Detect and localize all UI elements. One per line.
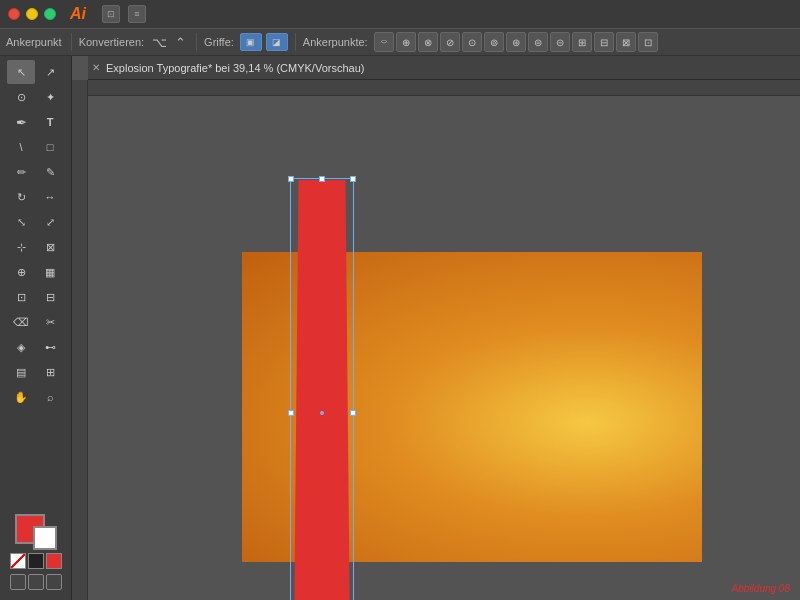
sep1 (71, 33, 72, 51)
ankerpunkte-btn-6[interactable]: ⊚ (484, 32, 504, 52)
sep3 (295, 33, 296, 51)
extra-color-row (10, 574, 62, 590)
tool-selection[interactable]: ↖ (7, 60, 35, 84)
tool-brush[interactable]: ✏ (7, 160, 35, 184)
tool-row-2: ⊙ ✦ (2, 85, 69, 109)
ankerpunkte-btn-4[interactable]: ⊘ (440, 32, 460, 52)
document-icon[interactable]: ⊡ (102, 5, 120, 23)
tool-measure[interactable]: ⊷ (36, 335, 64, 359)
ankerpunkte-btn-8[interactable]: ⊜ (528, 32, 548, 52)
tool-row-10: ⊡ ⊟ (2, 285, 69, 309)
handle-tr[interactable] (350, 176, 356, 182)
control-toolbar: Ankerpunkt Konvertieren: ⌥ ⌃ Griffe: ▣ ◪… (0, 28, 800, 56)
color-mode-3[interactable] (46, 574, 62, 590)
tool-gradient[interactable]: ▤ (7, 360, 35, 384)
tool-row-14: ✋ ⌕ (2, 385, 69, 409)
tool-magic-wand[interactable]: ✦ (36, 85, 64, 109)
tab-title: Explosion Typografie* bei 39,14 % (CMYK/… (106, 62, 364, 74)
convert-icons: ⌥ ⌃ (150, 33, 189, 51)
tool-scale[interactable]: ⤡ (7, 210, 35, 234)
tool-eyedropper[interactable]: ◈ (7, 335, 35, 359)
tool-row-3: ✒ T (2, 110, 69, 134)
tool-scissors[interactable]: ✂ (36, 310, 64, 334)
color-section (2, 508, 69, 596)
color-mini-none[interactable] (10, 553, 26, 569)
tool-reflect[interactable]: ↔ (36, 185, 64, 209)
griffe-btn-1[interactable]: ▣ (240, 33, 262, 51)
ankerpunkte-btn-7[interactable]: ⊛ (506, 32, 526, 52)
tool-direct-selection[interactable]: ↗ (36, 60, 64, 84)
tool-envelope[interactable]: ⊠ (36, 235, 64, 259)
tool-artboard[interactable]: ⊡ (7, 285, 35, 309)
color-mode-2[interactable] (28, 574, 44, 590)
tool-rotate[interactable]: ↻ (7, 185, 35, 209)
tool-slice[interactable]: ⊟ (36, 285, 64, 309)
color-mini-row (10, 553, 62, 569)
color-pair[interactable] (15, 514, 57, 550)
tool-lasso[interactable]: ⊙ (7, 85, 35, 109)
tool-row-6: ↻ ↔ (2, 185, 69, 209)
tool-text[interactable]: T (36, 110, 64, 134)
handle-tl[interactable] (288, 176, 294, 182)
color-mode-1[interactable] (10, 574, 26, 590)
tool-row-11: ⌫ ✂ (2, 310, 69, 334)
ankerpunkte-btn-3[interactable]: ⊗ (418, 32, 438, 52)
ankerpunkte-label: Ankerpunkte: (303, 36, 368, 48)
tool-row-8: ⊹ ⊠ (2, 235, 69, 259)
canvas-container[interactable]: Abbildung 08 (72, 80, 800, 600)
tool-zoom[interactable]: ⌕ (36, 385, 64, 409)
convert-icon-1[interactable]: ⌥ (150, 33, 168, 51)
tool-mesh[interactable]: ⊞ (36, 360, 64, 384)
ankerpunkte-btn-13[interactable]: ⊡ (638, 32, 658, 52)
tool-row-12: ◈ ⊷ (2, 335, 69, 359)
titlebar-icon-group: ⊡ ≡ (102, 5, 146, 23)
tool-hand[interactable]: ✋ (7, 385, 35, 409)
tool-freeform[interactable]: ⊹ (7, 235, 35, 259)
ankerpunkte-btn-12[interactable]: ⊠ (616, 32, 636, 52)
view-icon[interactable]: ≡ (128, 5, 146, 23)
tool-pencil[interactable]: ✎ (36, 160, 64, 184)
close-button[interactable] (8, 8, 20, 20)
color-mini-black[interactable] (28, 553, 44, 569)
griffe-btn-2[interactable]: ◪ (266, 33, 288, 51)
minimize-button[interactable] (26, 8, 38, 20)
ankerpunkte-btn-5[interactable]: ⊙ (462, 32, 482, 52)
ankerpunkte-btn-2[interactable]: ⊕ (396, 32, 416, 52)
color-mini-red[interactable] (46, 553, 62, 569)
app-logo: Ai (70, 5, 86, 23)
tool-warp[interactable]: ⤢ (36, 210, 64, 234)
tool-row-13: ▤ ⊞ (2, 360, 69, 384)
ankerpunkt-label: Ankerpunkt (6, 36, 62, 48)
tool-eraser[interactable]: ⌫ (7, 310, 35, 334)
tab-close-btn[interactable]: ✕ (92, 62, 100, 73)
canvas-area[interactable]: ✕ Explosion Typografie* bei 39,14 % (CMY… (72, 56, 800, 600)
tool-graph[interactable]: ▦ (36, 260, 64, 284)
tool-symbolism[interactable]: ⊕ (7, 260, 35, 284)
ankerpunkte-btn-10[interactable]: ⊞ (572, 32, 592, 52)
tool-row-1: ↖ ↗ (2, 60, 69, 84)
tool-row-9: ⊕ ▦ (2, 260, 69, 284)
title-bar: Ai ⊡ ≡ (0, 0, 800, 28)
main-area: ↖ ↗ ⊙ ✦ ✒ T \ □ ✏ ✎ ↻ ↔ ⤡ ⤢ ⊹ ⊠ (0, 56, 800, 600)
ankerpunkte-btn-11[interactable]: ⊟ (594, 32, 614, 52)
tab-bar: ✕ Explosion Typografie* bei 39,14 % (CMY… (88, 56, 800, 80)
tool-row-5: ✏ ✎ (2, 160, 69, 184)
tool-rect[interactable]: □ (36, 135, 64, 159)
griffe-label: Griffe: (204, 36, 234, 48)
tool-line[interactable]: \ (7, 135, 35, 159)
abbildung-label: Abbildung 08 (732, 583, 790, 594)
ankerpunkte-btn-9[interactable]: ⊝ (550, 32, 570, 52)
red-shape[interactable] (294, 180, 350, 600)
background-color[interactable] (33, 526, 57, 550)
sep2 (196, 33, 197, 51)
left-toolbar: ↖ ↗ ⊙ ✦ ✒ T \ □ ✏ ✎ ↻ ↔ ⤡ ⤢ ⊹ ⊠ (0, 56, 72, 600)
tool-pen[interactable]: ✒ (7, 110, 35, 134)
tool-row-7: ⤡ ⤢ (2, 210, 69, 234)
ankerpunkte-btn-1[interactable]: ⌔ (374, 32, 394, 52)
traffic-lights (8, 8, 56, 20)
convert-icon-2[interactable]: ⌃ (171, 33, 189, 51)
maximize-button[interactable] (44, 8, 56, 20)
tool-row-4: \ □ (2, 135, 69, 159)
konvertieren-label: Konvertieren: (79, 36, 144, 48)
